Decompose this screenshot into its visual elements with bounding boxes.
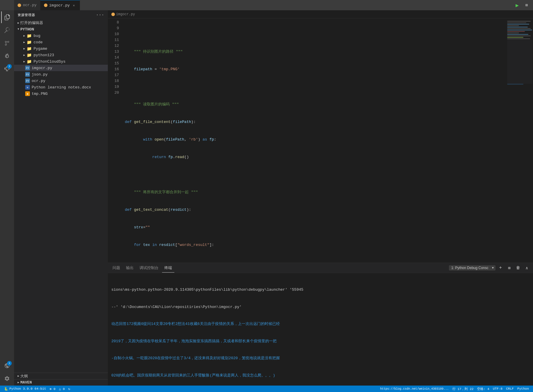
python-arrow-icon: ▼ — [18, 28, 19, 31]
activity-search[interactable] — [1, 24, 13, 36]
status-spaces[interactable]: 空格: 4 — [475, 386, 491, 392]
sidebar-item-code[interactable]: ▶ 📁 code — [14, 39, 108, 45]
outline-arrow-icon: ▶ — [18, 374, 19, 378]
split-editor-button[interactable]: ⊞ — [522, 1, 531, 9]
code-content: """ 待识别图片的路径 """ filepath = 'tmp.PNG' ""… — [122, 20, 507, 261]
panel: 问题 输出 调试控制台 终端 1: Python Debug Consc — [108, 263, 533, 386]
sidebar-item-ocr[interactable]: py ocr.py — [14, 78, 108, 84]
tab-problems[interactable]: 问题 — [110, 263, 122, 273]
terminal-line-4: 2019了，又因为疫情在学校呆瓜了半年，泡泡实验室东搞西搞搞，又或者和部长来个疫… — [111, 338, 529, 344]
tab-ocr[interactable]: ocr.py — [14, 0, 40, 10]
code-line-16 — [125, 172, 504, 178]
tab-imgocr[interactable]: imgocr.py ✕ — [40, 0, 80, 10]
activity-debug[interactable] — [1, 50, 13, 62]
sidebar-item-bug[interactable]: ▶ 📁 bug — [14, 32, 108, 39]
terminal-line-3: 动态回答172视频0提问14文章20专栏2想法41收藏6关注由于疫情的关系，上一… — [111, 321, 529, 327]
status-feedback[interactable]: https://blog.csdn.net/weixin_4303109... — [379, 386, 451, 392]
arrow-icon: ▶ — [18, 21, 19, 25]
activity-source-control[interactable] — [1, 37, 13, 49]
minimap — [507, 20, 533, 261]
terminal-content[interactable]: sions\ms-python.python-2020.9.114305\pyt… — [108, 273, 533, 386]
tab-imgocr-label: imgocr.py — [49, 3, 70, 8]
activity-settings[interactable] — [1, 373, 13, 384]
folder-arrow-icon: ▶ — [23, 54, 25, 57]
sidebar-header: 资源管理器 ··· — [14, 10, 108, 20]
folder-arrow-icon: ▶ — [23, 41, 25, 44]
tab-output[interactable]: 输出 — [124, 263, 136, 273]
tab-imgocr-icon — [44, 4, 47, 7]
account-badge: 1 — [7, 361, 12, 366]
status-warnings[interactable]: △ 0 — [57, 386, 67, 392]
code-line-13: def get_file_content(filePath): — [125, 119, 504, 125]
panel-tabs: 问题 输出 调试控制台 终端 1: Python Debug Consc — [108, 263, 533, 273]
code-editor[interactable]: 8 9 10 11 12 13 14 15 16 17 18 19 20 """… — [108, 18, 533, 263]
sidebar-item-tmppng[interactable]: ▣ tmp.PNG — [14, 90, 108, 97]
sidebar-item-pygame[interactable]: ▶ 📁 Pygame — [14, 45, 108, 52]
breadcrumb-filename: imgocr.py — [116, 12, 135, 16]
sidebar-item-python123[interactable]: ▶ 📁 python123 — [14, 52, 108, 58]
add-terminal-button[interactable]: + — [497, 264, 504, 272]
terminal-line-6: 020的机会吧。国庆假期前两天从岩管回来的三人手臂酸胀(严格来说是两人，我没怎么… — [111, 373, 529, 379]
close-icon[interactable]: ✕ — [71, 3, 76, 8]
status-language[interactable]: Python — [515, 386, 531, 392]
code-line-19: strx="" — [125, 225, 504, 230]
terminal-select[interactable]: 1: Python Debug Consc — [449, 265, 495, 271]
code-line-8 — [125, 31, 504, 37]
run-button[interactable]: ▶ — [513, 1, 521, 9]
tab-debug-console[interactable]: 调试控制台 — [137, 263, 161, 273]
folder-icon: 📁 — [27, 59, 32, 64]
code-line-17: """ 将所有的文字都合并到一起 """ — [125, 189, 504, 195]
sidebar-item-pycloudys[interactable]: ▶ 📁 PythonCloudSys — [14, 58, 108, 65]
activity-bar: 1 1 — [0, 10, 14, 386]
tab-terminal[interactable]: 终端 — [162, 263, 174, 273]
split-terminal-button[interactable]: ⊞ — [505, 264, 513, 272]
python-icon: 🐍 — [4, 387, 8, 391]
activity-account[interactable]: 1 — [1, 360, 13, 372]
top-bar: ocr.py imgocr.py ✕ ▶ ⊞ — [0, 0, 533, 10]
more-icon[interactable]: ··· — [96, 13, 104, 17]
sidebar-item-open-editors[interactable]: ▶ 打开的编辑器 — [14, 20, 108, 26]
sidebar-item-maven[interactable]: ▶ MAVEN — [14, 379, 108, 386]
extensions-badge: 1 — [7, 64, 12, 69]
maximize-panel-button[interactable]: ∧ — [523, 264, 531, 272]
sidebar-item-imgocr[interactable]: py imgocr.py — [14, 65, 108, 71]
status-encoding[interactable]: UTF-8 — [491, 386, 504, 392]
py-file-icon: py — [25, 78, 30, 83]
sidebar: 资源管理器 ··· ▶ 打开的编辑器 ▼ PYTHON ▶ 📁 bug ▶ 📁 … — [14, 10, 108, 386]
sidebar-item-python-section[interactable]: ▼ PYTHON — [14, 26, 108, 32]
code-line-9: """ 待识别图片的路径 """ — [125, 49, 504, 55]
activity-explorer[interactable] — [1, 11, 13, 23]
status-bar: 🐍 Python 3.9.0 64-bit ⊗ 0 △ 0 ↻ https://… — [0, 386, 533, 392]
code-line-11 — [125, 84, 504, 90]
code-line-18: def get_text_concat(resdict): — [125, 207, 504, 213]
terminal-line-1: sions\ms-python.python-2020.9.114305\pyt… — [111, 287, 529, 293]
terminal-select-container[interactable]: 1: Python Debug Consc ▼ — [449, 265, 495, 271]
sidebar-item-json[interactable]: py json.py — [14, 71, 108, 78]
status-sync[interactable]: ↻ — [67, 386, 72, 392]
breadcrumb: imgocr.py — [108, 10, 533, 18]
folder-icon: 📁 — [27, 53, 32, 58]
activity-extensions[interactable]: 1 — [1, 63, 13, 75]
kill-terminal-button[interactable]: 🗑 — [514, 264, 522, 272]
code-line-15: return fp.read() — [125, 154, 504, 160]
status-line-ending[interactable]: CRLF — [504, 386, 515, 392]
png-file-icon: ▣ — [25, 91, 30, 96]
folder-icon: 📁 — [27, 40, 32, 45]
breadcrumb-icon — [111, 13, 115, 16]
sidebar-item-notes[interactable]: W Python learning notes.docx — [14, 84, 108, 90]
folder-icon: 📁 — [27, 46, 32, 51]
sidebar-item-outline[interactable]: ▶ 大纲 — [14, 373, 108, 379]
folder-arrow-icon: ▶ — [23, 34, 25, 37]
status-line-col[interactable]: 行 17，列 22 — [451, 386, 476, 392]
status-python-version[interactable]: 🐍 Python 3.9.0 64-bit — [2, 386, 48, 392]
status-errors[interactable]: ⊗ 0 — [48, 386, 57, 392]
terminal-line-2: --' 'd:\Documents\CAU\Lion\repositiries\… — [111, 304, 529, 310]
py-file-icon: py — [25, 66, 30, 70]
terminal-line-5: -自制小火锅。一眨眼2020在疫情中过去了3/4，还没来得及好好规划2020，笼… — [111, 355, 529, 361]
folder-icon: 📁 — [27, 33, 32, 38]
maven-arrow-icon: ▶ — [18, 381, 19, 384]
code-line-14: with open(filePath, 'rb') as fp: — [125, 137, 504, 143]
tab-file-icon — [18, 4, 21, 7]
folder-arrow-icon: ▶ — [23, 60, 25, 63]
py-file-icon: py — [25, 72, 30, 77]
